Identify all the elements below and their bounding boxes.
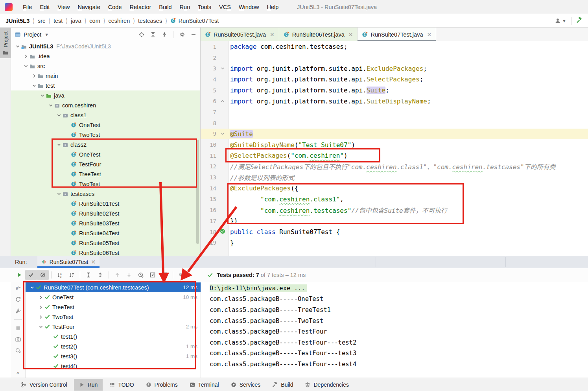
menu-file[interactable]: File	[19, 3, 36, 11]
menu-window[interactable]: Window	[235, 3, 263, 11]
breadcrumb-item[interactable]: java	[71, 18, 81, 24]
code-line[interactable]: 12//满足SelectPackages下的包且不执行"com.ceshiren…	[201, 161, 588, 172]
test-result-row[interactable]: TreeTest	[26, 302, 201, 312]
stop-icon[interactable]	[15, 325, 21, 331]
statusbar-version-control[interactable]: Version Control	[16, 379, 72, 391]
project-tree-row[interactable]: CTestFour	[11, 159, 200, 169]
collapse-all-icon[interactable]	[162, 32, 167, 37]
code-line[interactable]: 1package com.ceshiren.testcases;	[201, 41, 588, 52]
project-tree-row[interactable]: src	[11, 61, 200, 71]
chevron-down-icon[interactable]	[55, 142, 63, 147]
statusbar-run[interactable]: Run	[74, 379, 103, 391]
close-icon[interactable]: ✕	[348, 31, 353, 38]
menu-refactor[interactable]: Refactor	[126, 3, 155, 11]
editor-tab-runsuite06test[interactable]: CRunSuite06Test.java✕	[279, 28, 358, 41]
code-line[interactable]: 9@Suite	[201, 129, 588, 140]
history-button[interactable]	[135, 270, 147, 280]
project-tree-row[interactable]: COneTest	[11, 120, 200, 130]
hide-icon[interactable]	[191, 32, 196, 37]
breadcrumb-item[interactable]: test	[53, 18, 63, 24]
chevron-right-icon[interactable]	[31, 74, 38, 78]
rerun-button[interactable]	[13, 270, 25, 280]
test-result-row[interactable]: test2()1 ms	[26, 341, 201, 351]
chevron-down-icon[interactable]	[29, 285, 36, 290]
show-passed-button[interactable]	[25, 270, 37, 280]
menu-build[interactable]: Build	[155, 3, 175, 11]
run-tab[interactable]: RunSuite07Test ✕	[37, 256, 100, 268]
build-project-button[interactable]	[576, 17, 582, 24]
chevron-down-icon[interactable]	[22, 64, 29, 68]
statusbar-build[interactable]: Build	[267, 379, 298, 391]
project-tree-row[interactable]: CRunSuite06Test	[11, 248, 200, 256]
chevron-down-icon[interactable]	[31, 83, 38, 88]
tool-tab-project[interactable]: Project	[0, 28, 11, 58]
project-tree-row[interactable]: CRunSuite05Test	[11, 238, 200, 248]
project-tree-row[interactable]: JUnit5L3F:\JavaCode\JUnit5L3	[11, 41, 200, 51]
menu-navigate[interactable]: Navigate	[74, 3, 104, 11]
expand-all-icon[interactable]	[150, 32, 156, 37]
statusbar-problems[interactable]: Problems	[141, 379, 183, 391]
project-tree-row[interactable]: CTreeTest	[11, 169, 200, 179]
test-result-row[interactable]: test1()	[26, 332, 201, 341]
export-results-button[interactable]	[159, 270, 170, 280]
code-line[interactable]: 2	[201, 52, 588, 63]
code-line[interactable]: 10@SuiteDisplayName("Test Suite07")	[201, 139, 588, 150]
statusbar-todo[interactable]: TODO	[104, 379, 139, 391]
code-line[interactable]: 18public class RunSuite07Test {	[201, 227, 588, 238]
project-tree-row[interactable]: .idea	[11, 51, 200, 61]
project-tree-row[interactable]: COneTest	[11, 149, 200, 159]
chevron-down-icon[interactable]	[14, 44, 21, 49]
rerun-auto-icon[interactable]	[15, 297, 21, 302]
project-tree-row[interactable]: CRunSuite04Test	[11, 228, 200, 238]
project-tree-row[interactable]: CRunSuite03Test	[11, 218, 200, 228]
code-line[interactable]: 11@SelectPackages("com.ceshiren")	[201, 150, 588, 161]
expand-all-button[interactable]	[83, 270, 94, 280]
chevron-down-icon[interactable]	[39, 93, 46, 98]
project-scrollbar[interactable]	[196, 140, 199, 244]
test-result-row[interactable]: test3()1 ms	[26, 351, 201, 361]
editor-tab-runsuite05test[interactable]: CRunSuite05Test.java✕	[201, 28, 279, 41]
statusbar-terminal[interactable]: Terminal	[184, 379, 224, 391]
code-line[interactable]: 8	[201, 118, 588, 129]
code-line[interactable]: 6import org.junit.platform.suite.api.Sui…	[201, 96, 588, 107]
code-area[interactable]: 1package com.ceshiren.testcases;23import…	[201, 41, 588, 256]
thread-dump-icon[interactable]	[15, 336, 21, 342]
breadcrumb-item[interactable]: testcases	[138, 18, 162, 24]
code-line[interactable]: 13//参数是以列表的形式	[201, 172, 588, 183]
statusbar-dependencies[interactable]: Dependencies	[300, 379, 354, 391]
menu-run[interactable]: Run	[176, 3, 194, 11]
chevron-right-icon[interactable]	[37, 295, 44, 300]
next-failed-button[interactable]	[123, 270, 135, 280]
locate-icon[interactable]	[139, 32, 144, 37]
sort-alpha-button[interactable]: az	[54, 270, 66, 280]
menu-help[interactable]: Help	[263, 3, 282, 11]
show-ignored-button[interactable]	[37, 270, 49, 280]
menu-view[interactable]: View	[53, 3, 74, 11]
breadcrumb-item[interactable]: com	[89, 18, 100, 24]
breadcrumb-item[interactable]: src	[38, 18, 45, 24]
options-button[interactable]	[175, 270, 187, 280]
statusbar-services[interactable]: Services	[226, 379, 266, 391]
menu-vcs[interactable]: VCS	[215, 3, 235, 11]
settings-wrench-icon[interactable]	[15, 308, 21, 314]
chevron-right-icon[interactable]	[22, 54, 29, 59]
chevron-right-icon[interactable]	[37, 315, 44, 319]
project-tree-row[interactable]: class1	[11, 110, 200, 120]
code-line[interactable]: 17})	[201, 216, 588, 227]
chevron-down-icon[interactable]	[47, 103, 54, 108]
project-tree-row[interactable]: CTwoTest	[11, 130, 200, 140]
fold-up-icon[interactable]	[220, 98, 225, 105]
pin-results-icon[interactable]: 9	[15, 286, 21, 291]
code-line[interactable]: 15 "com.ceshiren.class1",	[201, 194, 588, 205]
chevron-down-icon[interactable]: ▼	[44, 32, 49, 37]
user-menu[interactable]: ▼	[555, 18, 566, 24]
chevron-down-icon[interactable]	[55, 113, 63, 118]
chevron-down-icon[interactable]	[37, 325, 44, 329]
prev-failed-button[interactable]	[111, 270, 123, 280]
close-icon[interactable]: ✕	[270, 31, 275, 38]
test-result-row[interactable]: TestFour2 ms	[26, 322, 201, 332]
run-console[interactable]: D:\jdk-11\bin\java.exe ...com.class5.pac…	[201, 282, 588, 378]
breadcrumb-project[interactable]: JUnit5L3	[6, 18, 29, 24]
close-icon[interactable]: ✕	[427, 31, 431, 38]
code-line[interactable]: 4import org.junit.platform.suite.api.Sel…	[201, 74, 588, 85]
